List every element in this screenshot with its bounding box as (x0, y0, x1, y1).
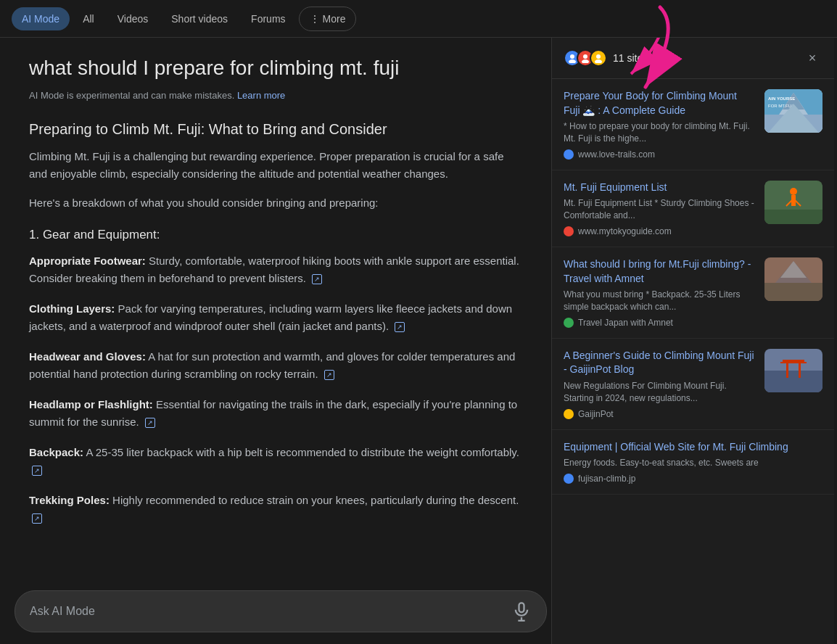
avatar-3 (590, 49, 607, 67)
source-title-2: Mt. Fuji Equipment List (564, 181, 756, 195)
svg-rect-28 (786, 363, 788, 378)
svg-rect-15 (764, 210, 822, 224)
breakdown-text: Here's a breakdown of what you should co… (29, 194, 522, 212)
svg-point-6 (595, 59, 602, 63)
ask-placeholder: Ask AI Mode (30, 605, 95, 618)
svg-rect-25 (764, 371, 822, 392)
svg-rect-21 (764, 283, 822, 301)
left-content: what should I prepare for climbing mt. f… (0, 38, 551, 644)
intro-text: Climbing Mt. Fuji is a challenging but r… (29, 148, 522, 183)
svg-rect-27 (780, 362, 807, 363)
svg-rect-29 (799, 363, 801, 378)
right-panel: 11 sites × Prepare Your Body for Climbin… (551, 38, 834, 644)
svg-rect-26 (783, 360, 804, 362)
more-dots-icon: ⋮ (310, 13, 320, 25)
item-clothing: Clothing Layers: Pack for varying temper… (29, 300, 522, 335)
learn-more-link[interactable]: Learn more (237, 90, 285, 101)
source-title-5: Equipment | Official Web Site for Mt. Fu… (564, 440, 822, 455)
tab-forums[interactable]: Forums (241, 7, 295, 30)
source-card-2[interactable]: Mt. Fuji Equipment List Mt. Fuji Equipme… (552, 170, 834, 247)
source-title-3: What should I bring for Mt.Fuji climbing… (564, 257, 756, 286)
svg-point-5 (596, 54, 601, 59)
item-footwear: Appropriate Footwear: Sturdy, comfortabl… (29, 252, 522, 287)
source-text-4: A Beginner's Guide to Climbing Mount Fuj… (564, 349, 756, 419)
item-poles-text: Highly recommended to reduce strain on y… (112, 494, 519, 506)
source-thumb-4 (764, 349, 822, 392)
favicon-4 (564, 409, 574, 419)
svg-point-16 (790, 188, 797, 195)
svg-text:AIN YOURSE: AIN YOURSE (768, 96, 795, 101)
source-card-3[interactable]: What should I bring for Mt.Fuji climbing… (552, 247, 834, 339)
source-text-2: Mt. Fuji Equipment List Mt. Fuji Equipme… (564, 181, 756, 236)
source-snippet-1: * How to prepare your body for climbing … (564, 120, 756, 145)
tab-ai-mode[interactable]: AI Mode (12, 7, 70, 30)
cite-icon-headwear[interactable]: ↗ (324, 370, 334, 380)
svg-point-2 (569, 59, 576, 63)
section-heading: Preparing to Climb Mt. Fuji: What to Bri… (29, 121, 522, 138)
top-nav: AI Mode All Videos Short videos Forums ⋮… (0, 0, 837, 38)
source-title-1: Prepare Your Body for Climbing Mount Fuj… (564, 89, 756, 117)
item-clothing-label: Clothing Layers: (29, 302, 115, 315)
source-snippet-4: New Regulations For Climbing Mount Fuji.… (564, 380, 756, 405)
cite-icon-poles[interactable]: ↗ (32, 513, 42, 524)
close-panel-button[interactable]: × (802, 48, 822, 68)
item-backpack-label: Backpack: (29, 446, 83, 458)
more-menu[interactable]: ⋮ More (299, 7, 357, 31)
more-label: More (323, 13, 346, 25)
favicon-1 (564, 149, 574, 160)
cite-icon-footwear[interactable]: ↗ (312, 274, 322, 284)
item-headlamp: Headlamp or Flashlight: Essential for na… (29, 396, 522, 431)
source-text-5: Equipment | Official Web Site for Mt. Fu… (564, 440, 822, 484)
sites-count: 11 sites (613, 52, 648, 64)
source-domain-3: Travel Japan with Amnet (564, 318, 756, 328)
item-poles-label: Trekking Poles: (29, 494, 110, 506)
svg-point-3 (583, 54, 587, 59)
page-title: what should I prepare for climbing mt. f… (29, 55, 522, 81)
cite-icon-headlamp[interactable]: ↗ (145, 418, 155, 428)
svg-rect-8 (764, 115, 822, 133)
panel-avatars: 11 sites (564, 49, 648, 67)
source-snippet-2: Mt. Fuji Equipment List * Sturdy Climbin… (564, 197, 756, 222)
svg-text:FOR MT.FUJ: FOR MT.FUJ (768, 104, 793, 108)
svg-point-1 (570, 54, 574, 59)
favicon-5 (564, 474, 574, 484)
tab-short-videos[interactable]: Short videos (161, 7, 238, 30)
item-headwear-label: Headwear and Gloves: (29, 350, 146, 363)
panel-header: 11 sites × (552, 38, 834, 79)
source-domain-4: GaijinPot (564, 409, 756, 419)
item-headlamp-label: Headlamp or Flashlight: (29, 398, 153, 410)
ai-disclaimer: AI Mode is experimental and can make mis… (29, 90, 522, 101)
svg-point-4 (582, 59, 589, 63)
source-domain-1: www.love-trails.com (564, 149, 756, 160)
source-thumb-2 (764, 181, 822, 224)
source-card-5[interactable]: Equipment | Official Web Site for Mt. Fu… (552, 430, 834, 495)
item-poles: Trekking Poles: Highly recommended to re… (29, 492, 522, 527)
item-headwear: Headwear and Gloves: A hat for sun prote… (29, 348, 522, 383)
subsection-heading: 1. Gear and Equipment: (29, 228, 522, 242)
source-title-4: A Beginner's Guide to Climbing Mount Fuj… (564, 349, 756, 377)
svg-rect-30 (519, 603, 524, 612)
item-backpack-text: A 25-35 liter backpack with a hip belt i… (86, 446, 519, 458)
source-thumb-3 (764, 257, 822, 301)
main-layout: what should I prepare for climbing mt. f… (0, 38, 837, 644)
item-footwear-label: Appropriate Footwear: (29, 255, 146, 267)
source-domain-5: fujisan-climb.jp (564, 474, 822, 484)
cite-icon-backpack[interactable]: ↗ (32, 466, 42, 476)
source-text-3: What should I bring for Mt.Fuji climbing… (564, 257, 756, 328)
tab-all[interactable]: All (73, 7, 104, 30)
favicon-2 (564, 226, 574, 236)
cite-icon-clothing[interactable]: ↗ (395, 322, 405, 332)
source-snippet-5: Energy foods. Easy-to-eat snacks, etc. S… (564, 457, 822, 469)
source-card-4[interactable]: A Beginner's Guide to Climbing Mount Fuj… (552, 339, 834, 430)
ask-input-container[interactable]: Ask AI Mode (15, 590, 547, 632)
source-domain-2: www.mytokyoguide.com (564, 226, 756, 236)
microphone-icon[interactable] (511, 601, 532, 622)
avatar-group (564, 49, 607, 67)
item-backpack: Backpack: A 25-35 liter backpack with a … (29, 444, 522, 479)
sources-list: Prepare Your Body for Climbing Mount Fuj… (552, 79, 834, 644)
favicon-3 (564, 318, 574, 328)
bottom-bar: Ask AI Mode (15, 590, 547, 632)
source-thumb-1: AIN YOURSE FOR MT.FUJ (764, 89, 822, 133)
tab-videos[interactable]: Videos (107, 7, 159, 30)
source-card-1[interactable]: Prepare Your Body for Climbing Mount Fuj… (552, 79, 834, 170)
